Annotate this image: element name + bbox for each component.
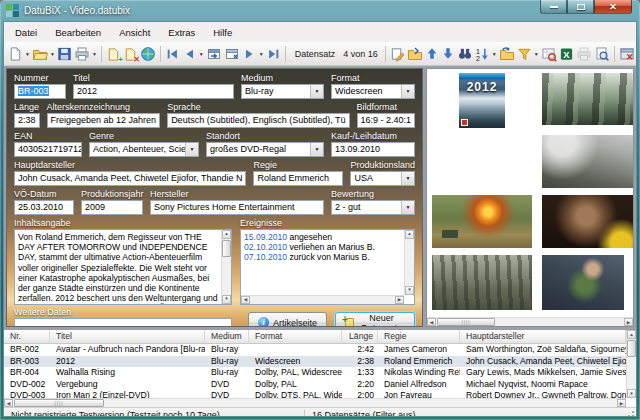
table-row-selected[interactable]: BR-0032012Blu-rayWidescreen2:38Roland Em… <box>4 356 626 368</box>
artikelseite-button[interactable]: i Artikelseite <box>248 312 327 327</box>
scroll-up-icon[interactable]: ▲ <box>405 230 414 239</box>
scroll-down-icon[interactable]: ▼ <box>405 286 414 295</box>
bildformat-input[interactable]: 16:9 - 2.40:1 <box>357 113 416 128</box>
chevron-down-icon[interactable]: ▼ <box>401 172 414 185</box>
print-button[interactable] <box>73 44 91 64</box>
ean-input[interactable]: 4030521719712 <box>14 142 82 157</box>
column-header-medium[interactable]: Medium <box>205 330 249 344</box>
first-record-button[interactable] <box>164 44 181 64</box>
resize-grip[interactable] <box>624 410 635 417</box>
nummer-input[interactable]: BR-003 <box>14 84 66 99</box>
scroll-left-icon[interactable]: ◀ <box>427 318 436 326</box>
menu-hilfe[interactable]: Hilfe <box>204 24 241 41</box>
excel-export-button[interactable]: X <box>558 44 575 64</box>
hauptdarsteller-input[interactable]: John Cusack, Amanda Peet, Chiwetel Ejiof… <box>14 171 246 186</box>
move-down-button[interactable] <box>440 44 456 64</box>
column-header-titel[interactable]: Titel <box>50 330 205 344</box>
record-dialog-button[interactable] <box>223 44 241 64</box>
neuer-datensatz-button[interactable]: + Neuer Datensatz <box>335 312 415 327</box>
thumbnail-bluray-cover-2012[interactable]: 2012 <box>459 73 505 128</box>
scroll-right-icon[interactable]: ▶ <box>624 318 633 326</box>
medium-select[interactable]: Blu-ray▼ <box>241 84 324 99</box>
ereignisse-horizontal-scrollbar[interactable]: ◀ ▶ <box>241 295 404 304</box>
last-record-button[interactable] <box>265 44 282 64</box>
chevron-down-icon[interactable]: ▼ <box>401 201 414 214</box>
inhaltsangabe-textarea[interactable]: Von Roland Emmerich, dem Regisseur von T… <box>14 229 232 305</box>
scroll-left-icon[interactable]: ◀ <box>4 399 13 407</box>
open-record-button[interactable] <box>406 44 424 64</box>
thumbnail-still-man-with-child[interactable] <box>542 255 624 310</box>
thumbnail-still-destroyed-landscape[interactable] <box>432 255 532 310</box>
regie-input[interactable]: Roland Emmerich <box>253 171 343 186</box>
scrollbar-thumb[interactable] <box>627 340 636 357</box>
close-table-button[interactable]: ✕ <box>618 44 636 64</box>
find-button[interactable] <box>456 44 474 64</box>
open-file-button[interactable] <box>31 44 49 64</box>
remove-filter-button[interactable] <box>498 44 516 64</box>
scroll-down-icon[interactable]: ▼ <box>222 295 231 304</box>
scroll-left-icon[interactable]: ◀ <box>241 296 250 304</box>
genre-select[interactable]: Action, Abenteuer, Science-Fic▼ <box>89 142 199 157</box>
move-up-button[interactable] <box>424 44 440 64</box>
print-preview-button[interactable] <box>593 44 611 64</box>
goto-record-button[interactable] <box>205 44 223 64</box>
ereignisse-vertical-scrollbar[interactable]: ▲ ▼ <box>404 230 414 295</box>
column-header-laenge[interactable]: Länge <box>342 330 378 344</box>
open-dropdown-icon[interactable]: ▼ <box>50 51 55 57</box>
weitere-daten-input[interactable] <box>14 318 232 327</box>
maximize-button[interactable] <box>567 0 594 14</box>
menu-datei[interactable]: Datei <box>6 24 46 41</box>
thumbnail-still-man-closeup[interactable] <box>542 195 634 248</box>
table-row[interactable]: DVD-002VergebungDVDDolby, PAL2:20Daniel … <box>4 379 626 391</box>
scroll-up-icon[interactable]: ▲ <box>222 230 231 239</box>
inhaltsangabe-vertical-scrollbar[interactable]: ▲ ▼ <box>221 230 231 304</box>
menu-ansicht[interactable]: Ansicht <box>110 24 159 41</box>
table-horizontal-scrollbar[interactable]: ◀ |||| ▶ <box>4 398 626 407</box>
close-button[interactable]: ✕ <box>594 0 632 14</box>
thumbnail-still-city-aerial[interactable] <box>542 135 634 188</box>
produktionsland-select[interactable]: USA▼ <box>350 171 415 186</box>
scrollbar-thumb[interactable]: |||| <box>14 399 104 407</box>
thumbnail-still-collapsing-city[interactable] <box>542 73 634 125</box>
scroll-up-icon[interactable]: ▲ <box>627 330 636 339</box>
produktionsjahr-input[interactable]: 2009 <box>81 200 143 215</box>
previous-dropdown-icon[interactable]: ▼ <box>199 51 204 57</box>
new-document-button[interactable] <box>7 44 24 64</box>
standort-select[interactable]: großes DVD-Regal▼ <box>206 142 324 157</box>
table-row[interactable]: BR-004Walhalla RisingBlu-rayDolby, PAL, … <box>4 367 626 379</box>
scroll-right-icon[interactable]: ▶ <box>617 399 626 407</box>
chevron-down-icon[interactable]: ▼ <box>310 85 323 98</box>
filter-button[interactable] <box>516 44 533 64</box>
sprache-input[interactable]: Deutsch (Subtitled), Englisch (Subtitled… <box>167 113 349 128</box>
minimize-button[interactable] <box>540 0 567 14</box>
hersteller-input[interactable]: Sony Pictures Home Entertainment <box>150 200 324 215</box>
table-vertical-scrollbar[interactable]: ▲ ▼ <box>626 330 636 398</box>
previous-record-button[interactable] <box>181 44 198 64</box>
alterskennzeichnung-input[interactable]: Freigegeben ab 12 Jahren <box>47 113 161 128</box>
chevron-down-icon[interactable]: ▼ <box>185 143 198 156</box>
scroll-down-icon[interactable]: ▼ <box>627 389 636 398</box>
column-header-format[interactable]: Format <box>249 330 342 344</box>
next-dropdown-icon[interactable]: ▼ <box>259 51 264 57</box>
gallery-horizontal-scrollbar[interactable]: ◀ |||| ▶ <box>427 317 633 326</box>
sort-button[interactable]: 12 <box>474 44 491 64</box>
column-header-hauptdarsteller[interactable]: Hauptdarsteller <box>460 330 626 344</box>
bewertung-select[interactable]: 2 - gut▼ <box>331 200 415 215</box>
new-dropdown-icon[interactable]: ▼ <box>25 51 30 57</box>
delete-record-button[interactable]: ✕ <box>122 44 139 64</box>
web-button[interactable] <box>139 44 157 64</box>
menu-extras[interactable]: Extras <box>159 24 204 41</box>
vo-datum-input[interactable]: 25.03.2010 <box>14 200 74 215</box>
menu-bearbeiten[interactable]: Bearbeiten <box>46 24 110 41</box>
print-dropdown-icon[interactable]: ▼ <box>92 51 97 57</box>
add-record-button[interactable]: + <box>105 44 122 64</box>
titel-input[interactable]: 2012 <box>73 84 234 99</box>
ereignisse-textarea[interactable]: 15.09.2010 angesehen 02.10.2010 verliehe… <box>240 229 415 305</box>
chevron-down-icon[interactable]: ▼ <box>401 85 414 98</box>
scrollbar-thumb[interactable]: |||| <box>437 318 495 326</box>
filter-dialog-button[interactable] <box>540 44 558 64</box>
kauf-leihdatum-input[interactable]: 13.09.2010 <box>331 142 415 157</box>
column-header-nr[interactable]: Nr. <box>4 330 50 344</box>
filter-dropdown-icon[interactable]: ▼ <box>534 51 539 57</box>
save-button[interactable] <box>56 44 73 64</box>
